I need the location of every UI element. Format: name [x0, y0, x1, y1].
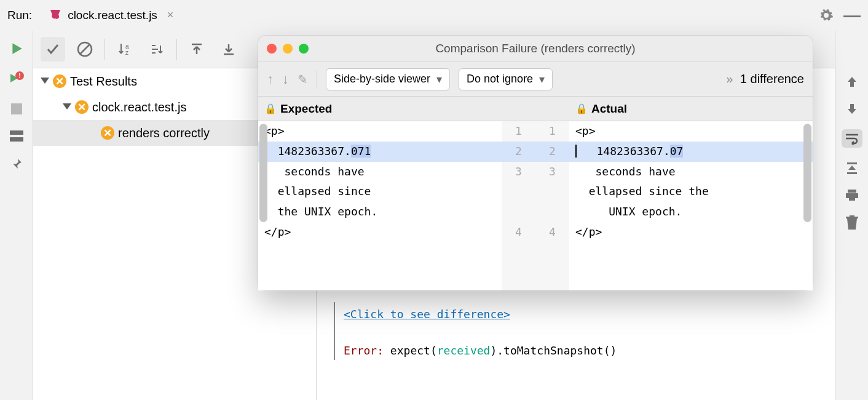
stop-icon[interactable]	[11, 103, 22, 114]
viewer-mode-select[interactable]: Side-by-side viewer ▾	[326, 68, 450, 90]
error-line: Error: expect(received).toMatchSnapshot(…	[344, 342, 823, 360]
comparison-dialog: Comparison Failure (renders correctly) ↑…	[258, 36, 813, 290]
status-badge: ✕	[53, 74, 66, 88]
gutter: 1 2 3 4 1 2 3 4	[502, 121, 569, 290]
collapse-down-icon[interactable]	[216, 37, 241, 62]
dialog-toolbar: ↑ ↓ ✎ Side-by-side viewer ▾ Do not ignor…	[258, 62, 813, 97]
svg-rect-4	[10, 137, 23, 142]
minimize-icon[interactable]: —	[843, 6, 861, 25]
left-gutter: !	[0, 31, 33, 400]
collapse-up-icon[interactable]	[184, 37, 209, 62]
scrollbar[interactable]	[259, 124, 267, 222]
run-icon[interactable]	[10, 42, 23, 55]
code-line: seconds have	[569, 162, 813, 182]
error-keyword: Error:	[344, 344, 384, 357]
status-badge: ✕	[75, 100, 89, 114]
code-line: 1482363367.07	[569, 142, 813, 162]
expand-icon[interactable]	[144, 37, 169, 62]
trash-icon[interactable]	[845, 215, 859, 230]
gear-icon[interactable]	[819, 8, 834, 23]
next-diff-icon[interactable]: ↓	[282, 71, 289, 87]
jest-icon	[48, 8, 63, 23]
code-line: ellapsed since	[258, 182, 502, 202]
diff-count: » 1 difference	[726, 72, 804, 86]
down-arrow-icon[interactable]	[845, 102, 859, 116]
code-line: <p>	[569, 121, 813, 142]
wrap-icon[interactable]	[842, 129, 862, 148]
viewer-mode-label: Side-by-side viewer	[334, 73, 430, 86]
code-line: ellapsed since the	[569, 182, 813, 202]
received-token: received	[437, 344, 491, 357]
dialog-titlebar[interactable]: Comparison Failure (renders correctly)	[258, 36, 813, 62]
see-difference-link[interactable]: <Click to see difference>	[344, 308, 510, 321]
actual-pane[interactable]: <p> 1482363367.07 seconds have ellapsed …	[569, 121, 813, 290]
prev-diff-icon[interactable]: ↑	[267, 71, 274, 87]
close-icon[interactable]: ×	[167, 9, 174, 22]
expected-header: 🔒Expected	[258, 97, 502, 121]
status-badge: ✕	[101, 126, 114, 140]
zoom-icon[interactable]	[299, 44, 309, 54]
chevron-down-icon	[41, 78, 49, 84]
rerun-failed-icon[interactable]: !	[9, 71, 25, 87]
diff-body: <p> 1482363367.071 seconds have ellapsed…	[258, 121, 813, 290]
actual-header: 🔒Actual	[569, 97, 813, 121]
svg-text:!: !	[18, 72, 21, 79]
separator	[317, 70, 317, 89]
pin-icon[interactable]	[10, 158, 23, 170]
layout-icon[interactable]	[10, 130, 23, 142]
separator	[105, 39, 105, 60]
tree-file-label: clock.react.test.js	[92, 100, 186, 114]
code-line: <p>	[258, 121, 502, 142]
lock-icon: 🔒	[575, 103, 588, 114]
window-controls[interactable]	[267, 44, 309, 54]
separator	[176, 39, 177, 60]
run-tab-bar: Run: clock.react.test.js × —	[0, 0, 868, 31]
print-icon[interactable]	[845, 188, 859, 202]
code-line: </p>	[569, 222, 813, 242]
chevron-down-icon: ▾	[539, 73, 545, 86]
chevron-down-icon	[63, 103, 71, 110]
sort-icon[interactable]: az	[112, 37, 137, 62]
edit-icon[interactable]: ✎	[298, 72, 308, 87]
more-icon[interactable]: »	[726, 72, 733, 86]
svg-line-6	[80, 44, 90, 54]
code-line: UNIX epoch.	[569, 202, 813, 222]
code-line: 1482363367.071	[258, 142, 502, 162]
up-arrow-icon[interactable]	[845, 75, 859, 89]
show-passed-icon[interactable]	[41, 37, 65, 62]
code-line: seconds have	[258, 162, 502, 182]
code-line: the UNIX epoch.	[258, 202, 502, 222]
minimize-icon[interactable]	[283, 44, 293, 54]
lock-icon: 🔒	[264, 103, 277, 114]
tree-case-label: renders correctly	[118, 126, 210, 140]
expected-pane[interactable]: <p> 1482363367.071 seconds have ellapsed…	[258, 121, 502, 290]
dialog-title: Comparison Failure (renders correctly)	[435, 42, 635, 55]
ignore-mode-select[interactable]: Do not ignore ▾	[459, 68, 553, 90]
svg-rect-3	[10, 130, 23, 135]
run-config-tab[interactable]: clock.react.test.js ×	[43, 4, 178, 27]
right-gutter	[835, 31, 868, 400]
svg-rect-2	[11, 103, 22, 114]
code-line: </p>	[258, 222, 502, 242]
tab-label: clock.react.test.js	[68, 9, 157, 22]
scroll-end-icon[interactable]	[845, 161, 859, 175]
diff-headers: 🔒Expected 🔒Actual	[258, 97, 813, 121]
chevron-down-icon: ▾	[436, 73, 442, 86]
scrollbar[interactable]	[803, 124, 811, 222]
show-ignored-icon[interactable]	[73, 37, 97, 62]
ignore-mode-label: Do not ignore	[467, 73, 533, 86]
close-icon[interactable]	[267, 44, 277, 54]
tree-root-label: Test Results	[70, 74, 137, 89]
run-label: Run:	[7, 9, 32, 22]
svg-text:z: z	[125, 49, 128, 56]
